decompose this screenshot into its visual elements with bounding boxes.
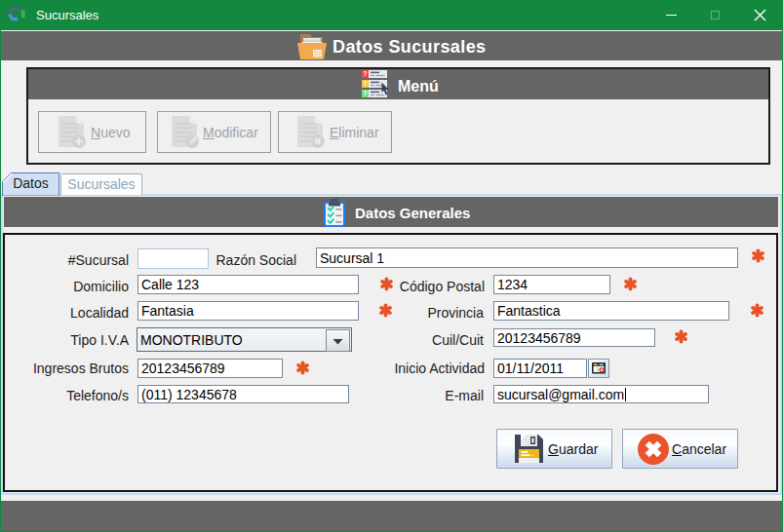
svg-text:?: ? — [364, 70, 368, 77]
svg-text:?: ? — [364, 80, 368, 87]
svg-text:?: ? — [364, 90, 368, 96]
